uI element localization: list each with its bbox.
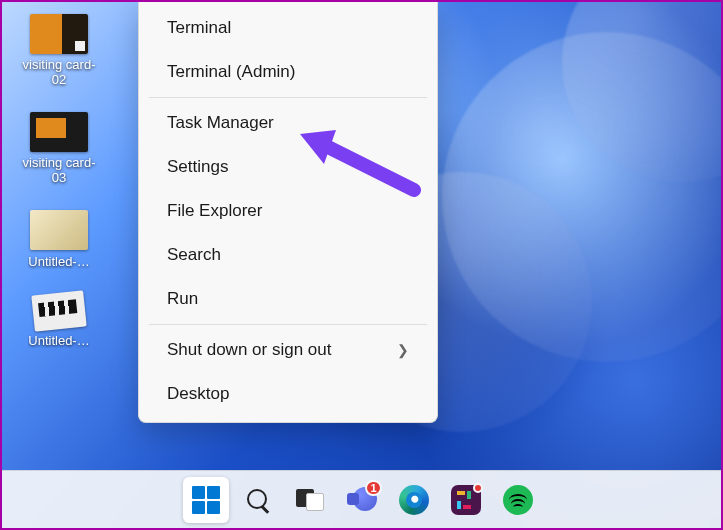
desktop-icon-label: Untitled-… (28, 333, 89, 348)
taskbar-app-edge[interactable] (391, 477, 437, 523)
desktop-icon-untitled-1[interactable]: Untitled-… (16, 210, 102, 269)
menu-item-label: Settings (167, 157, 228, 177)
edge-icon (399, 485, 429, 515)
taskbar-app-slack[interactable] (443, 477, 489, 523)
menu-item-settings[interactable]: Settings (139, 145, 437, 189)
notification-badge (473, 483, 483, 493)
spotify-icon (503, 485, 533, 515)
desktop-icon-label: visiting card-02 (16, 58, 102, 88)
windows-logo-icon (192, 486, 220, 514)
menu-item-label: Terminal (Admin) (167, 62, 295, 82)
search-icon (245, 487, 271, 513)
desktop-icon-label: Untitled-… (28, 254, 89, 269)
menu-item-label: Task Manager (167, 113, 274, 133)
chevron-right-icon: ❯ (397, 342, 409, 358)
menu-separator (149, 324, 427, 325)
taskbar-search-button[interactable] (235, 477, 281, 523)
desktop-icons: visiting card-02 visiting card-03 Untitl… (16, 14, 102, 348)
desktop-icon-label: visiting card-03 (16, 156, 102, 186)
menu-item-desktop[interactable]: Desktop (139, 372, 437, 416)
desktop-icon-untitled-2[interactable]: Untitled-… (16, 293, 102, 348)
task-view-icon (296, 489, 324, 511)
menu-item-terminal[interactable]: Terminal (139, 6, 437, 50)
menu-item-label: Desktop (167, 384, 229, 404)
menu-item-run[interactable]: Run (139, 277, 437, 321)
menu-item-label: Run (167, 289, 198, 309)
menu-item-label: Shut down or sign out (167, 340, 331, 360)
menu-item-label: File Explorer (167, 201, 262, 221)
menu-item-label: Terminal (167, 18, 231, 38)
desktop-icon-visiting-card-03[interactable]: visiting card-03 (16, 112, 102, 186)
menu-item-search[interactable]: Search (139, 233, 437, 277)
desktop-icon-visiting-card-02[interactable]: visiting card-02 (16, 14, 102, 88)
menu-item-task-manager[interactable]: Task Manager (139, 101, 437, 145)
start-button[interactable] (183, 477, 229, 523)
notification-badge: 1 (365, 480, 381, 496)
menu-separator (149, 97, 427, 98)
file-thumbnail-icon (30, 210, 88, 250)
menu-item-terminal-admin[interactable]: Terminal (Admin) (139, 50, 437, 94)
menu-item-shut-down-or-sign-out[interactable]: Shut down or sign out ❯ (139, 328, 437, 372)
taskbar-app-spotify[interactable] (495, 477, 541, 523)
winx-context-menu: Terminal Terminal (Admin) Task Manager S… (138, 2, 438, 423)
taskbar: 1 (2, 470, 721, 528)
file-thumbnail-icon (30, 112, 88, 152)
file-thumbnail-icon (30, 14, 88, 54)
menu-item-file-explorer[interactable]: File Explorer (139, 189, 437, 233)
taskbar-app-teams[interactable]: 1 (339, 477, 385, 523)
menu-item-label: Search (167, 245, 221, 265)
file-thumbnail-icon (31, 290, 86, 331)
task-view-button[interactable] (287, 477, 333, 523)
